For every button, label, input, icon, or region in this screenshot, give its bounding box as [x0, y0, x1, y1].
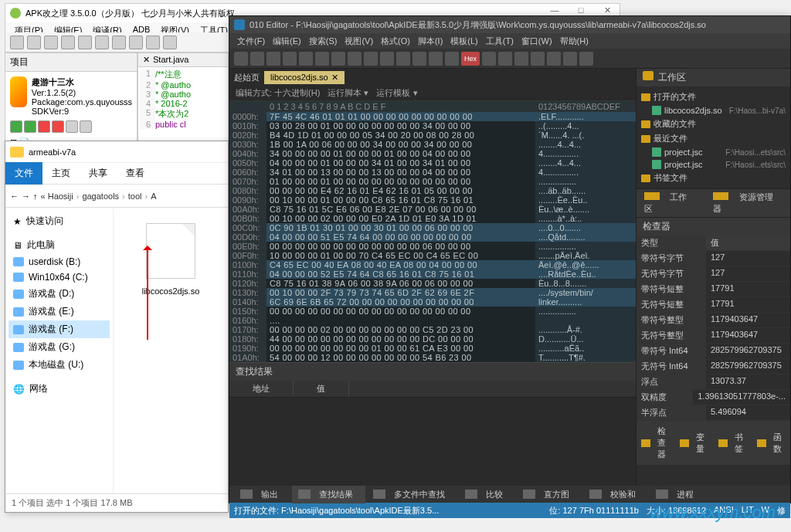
nav-up-icon[interactable]: ↑	[33, 191, 38, 201]
hex-row[interactable]: 00E0h:00 00 00 00 00 00 00 00 00 00 00 0…	[229, 242, 636, 251]
nav-network[interactable]: 🌐网络	[8, 380, 110, 398]
hex-row[interactable]: 0020h:B4 4D 1D 01 00 00 00 05 34 00 20 0…	[229, 130, 636, 140]
ed-menu-search[interactable]: 搜索(S)	[306, 34, 341, 49]
ed-tool-icon[interactable]	[396, 52, 410, 66]
hex-row[interactable]: 0170h:00 00 00 00 02 00 00 00 00 00 00 0…	[229, 325, 636, 334]
tab-home[interactable]: 主页	[42, 162, 80, 185]
hex-row[interactable]: 0120h:C8 75 16 01 38 9A 06 00 38 9A 06 0…	[229, 279, 636, 288]
proj-tool-icon[interactable]	[38, 120, 50, 133]
toolbar-icon[interactable]	[146, 36, 160, 49]
ed-menu-help[interactable]: 帮助(H)	[557, 34, 592, 49]
inspector-row[interactable]: 带符号短整17791	[637, 282, 790, 297]
nav-fwd-icon[interactable]: →	[22, 191, 30, 201]
run-script[interactable]: 运行脚本 ▾	[328, 87, 368, 99]
nav-drive[interactable]: 游戏盘 (F:)	[8, 320, 110, 338]
run-template[interactable]: 运行模板 ▾	[376, 87, 417, 99]
hex-row[interactable]: 0130h:00 10 00 00 2F 73 79 73 74 65 6D 2…	[229, 288, 636, 297]
hex-row[interactable]: 0190h:00 00 00 00 00 00 00 00 01 00 00 6…	[229, 344, 636, 353]
inspector-row[interactable]: 无符号整型1179403647	[637, 328, 790, 344]
toolbar-icon[interactable]	[129, 36, 143, 49]
nav-drive[interactable]: 游戏盘 (D:)	[8, 285, 110, 303]
ed-menu-edit[interactable]: 编辑(E)	[270, 34, 304, 49]
ed-tool-icon[interactable]	[531, 52, 545, 66]
open-files-group[interactable]: 打开的文件	[641, 90, 786, 104]
ed-menu-format[interactable]: 格式(O)	[378, 34, 413, 49]
ed-tool-icon[interactable]	[299, 52, 313, 66]
ed-menu-file[interactable]: 文件(F)	[234, 34, 268, 49]
ed-tool-icon[interactable]	[412, 52, 426, 66]
tab-view[interactable]: 查看	[117, 162, 154, 185]
nav-drive[interactable]: userdisk (B:)	[8, 254, 110, 269]
hex-row[interactable]: 00F0h:10 00 00 00 01 00 00 70 C4 65 EC 0…	[229, 251, 636, 260]
inspector-row[interactable]: 带符号 Int64282579962709375	[637, 344, 790, 359]
apk-max-button[interactable]: □	[572, 5, 590, 15]
open-file-item[interactable]: libcocos2djs.soF:\Haos...bi-v7a\	[641, 104, 786, 117]
toolbar-icon[interactable]	[163, 36, 177, 49]
nav-drive[interactable]: 游戏盘 (G:)	[8, 338, 110, 356]
edit-mode[interactable]: 编辑方式: 十六进制(H)	[236, 87, 320, 99]
code-close-icon[interactable]: ✕	[143, 55, 150, 65]
ed-tool-icon[interactable]	[579, 52, 593, 66]
file-name[interactable]: libcocos2djs.so	[121, 286, 220, 296]
toolbar-icon[interactable]	[112, 36, 126, 49]
ed-menu-window[interactable]: 窗口(W)	[518, 34, 555, 49]
hex-row[interactable]: 0070h:01 00 00 00 01 00 00 00 00 00 00 0…	[229, 177, 636, 186]
ed-tool-icon[interactable]	[445, 52, 459, 66]
proj-tool-icon[interactable]	[10, 120, 22, 133]
inspector-row[interactable]: 双精度1.39613051777803e-...	[637, 390, 790, 405]
ed-tool-icon[interactable]	[547, 52, 561, 66]
apk-close-button[interactable]: ✕	[598, 5, 616, 15]
start-tab[interactable]: 起始页	[234, 72, 260, 83]
col-value[interactable]: 值	[294, 381, 349, 397]
proj-tool-icon[interactable]	[24, 120, 36, 133]
inspector-row[interactable]: 半浮点5.496094	[637, 405, 790, 421]
tab-output[interactable]: 输出	[234, 486, 290, 503]
nav-drive[interactable]: 本地磁盘 (U:)	[8, 356, 110, 374]
code-body[interactable]: 1/**注意 2 * @autho 3 * @autho 4 * 2016-2 …	[138, 67, 228, 130]
tab-functions[interactable]: 函数	[752, 421, 791, 465]
toolbar-icon[interactable]	[44, 36, 58, 49]
tab-checksum[interactable]: 校验和	[583, 486, 648, 503]
hex-row[interactable]: 0060h:34 01 00 00 13 00 00 00 13 00 00 0…	[229, 168, 636, 177]
ed-menu-view[interactable]: 视图(V)	[341, 34, 376, 49]
hex-row[interactable]: 0180h:44 00 00 00 00 00 00 00 00 00 00 0…	[229, 334, 636, 344]
nav-back-icon[interactable]: ←	[10, 191, 19, 201]
hex-row[interactable]: 0050h:04 00 00 00 01 00 00 00 34 01 00 0…	[229, 158, 636, 168]
tab-inspector[interactable]: 检查器	[637, 421, 675, 465]
toolbar-icon[interactable]	[61, 36, 75, 49]
ed-menu-script[interactable]: 脚本(I)	[415, 34, 446, 49]
tab-multifile[interactable]: 多文件中查找	[367, 486, 457, 503]
ed-tool-icon[interactable]	[234, 52, 248, 66]
hex-row[interactable]: 01A0h:54 00 00 00 12 00 00 00 00 00 00 0…	[229, 353, 636, 362]
hex-row[interactable]: 00C0h:0C 90 1B 01 30 01 00 00 30 01 00 0…	[229, 223, 636, 232]
ed-tool-icon[interactable]	[380, 52, 394, 66]
ed-tool-icon[interactable]	[331, 52, 345, 66]
ed-tool-icon[interactable]	[348, 52, 362, 66]
hex-row[interactable]: 00D0h:04 00 00 00 51 E5 74 64 00 00 00 0…	[229, 232, 636, 242]
inspector-row[interactable]: 无符号字节127	[637, 266, 790, 282]
inspector-row[interactable]: 带符号字节127	[637, 251, 790, 266]
ed-tool-icon[interactable]	[429, 52, 443, 66]
hex-row[interactable]: 0080h:00 00 00 00 E4 62 16 01 E4 62 16 0…	[229, 186, 636, 195]
hex-row[interactable]: 0100h:C4 65 EC 00 40 EA 08 00 40 EA 08 0…	[229, 260, 636, 269]
ed-tool-icon[interactable]	[482, 52, 496, 66]
ed-tool-icon[interactable]	[266, 52, 280, 66]
col-address[interactable]: 地址	[229, 381, 294, 397]
file-icon[interactable]	[146, 223, 195, 279]
hex-row[interactable]: 0140h:6C 69 6E 6B 65 72 00 00 00 00 00 0…	[229, 297, 636, 307]
recent-file-item[interactable]: project.jscF:\Haosi...ets\src\	[641, 146, 786, 158]
tab-resources[interactable]: 资源管理器	[705, 189, 790, 217]
hex-row[interactable]: 00A0h:C8 75 16 01 5C E6 06 00 E8 2E 07 0…	[229, 205, 636, 214]
ed-tool-icon[interactable]	[283, 52, 297, 66]
toolbar-icon[interactable]	[27, 36, 41, 49]
tab-variables[interactable]: 变量	[675, 421, 714, 465]
inspector-row[interactable]: 无符号短整17791	[637, 297, 790, 313]
ed-tool-icon[interactable]	[563, 52, 577, 66]
fav-files-group[interactable]: 收藏的文件	[641, 117, 786, 131]
results-header[interactable]: 查找结果	[229, 363, 636, 381]
file-tab[interactable]: libcocos2djs.so✕	[264, 71, 345, 84]
hex-row[interactable]: 0090h:00 10 00 00 01 00 00 00 C8 65 16 0…	[229, 195, 636, 205]
apk-min-button[interactable]: —	[545, 5, 564, 15]
tab-process[interactable]: 进程	[650, 486, 706, 503]
tab-histogram[interactable]: 直方图	[517, 486, 582, 503]
